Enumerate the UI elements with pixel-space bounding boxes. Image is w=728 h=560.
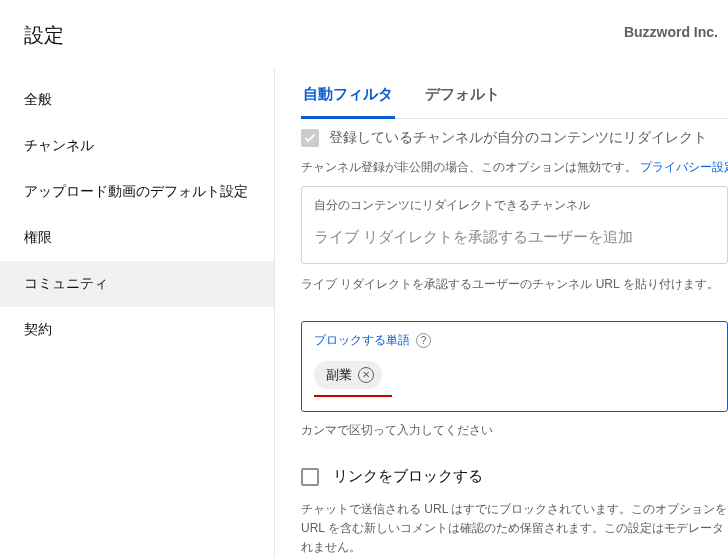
brand-label: Buzzword Inc. [624, 22, 718, 40]
redirect-box-label: 自分のコンテンツにリダイレクトできるチャンネル [314, 197, 715, 214]
redirect-box-placeholder: ライブ リダイレクトを承認するユーザーを追加 [314, 228, 715, 247]
blocked-words-title: ブロックする単語 [314, 332, 410, 349]
checkbox-redirect[interactable] [301, 129, 319, 147]
sidebar-item-channel[interactable]: チャンネル [0, 123, 274, 169]
chip-label: 副業 [326, 366, 352, 384]
checkbox-redirect-label: 登録しているチャンネルが自分のコンテンツにリダイレクト [329, 129, 707, 147]
redirect-box-helper: ライブ リダイレクトを承認するユーザーのチャンネル URL を貼り付けます。 [301, 276, 728, 293]
sidebar-item-upload-defaults[interactable]: アップロード動画のデフォルト設定 [0, 169, 274, 215]
sidebar-item-permissions[interactable]: 権限 [0, 215, 274, 261]
tab-auto-filter[interactable]: 自動フィルタ [301, 77, 395, 119]
main-panel: 自動フィルタ デフォルト 登録しているチャンネルが自分のコンテンツにリダイレクト… [275, 69, 728, 558]
chip-remove-icon[interactable]: ✕ [358, 367, 374, 383]
privacy-settings-link[interactable]: プライバシー設定 [640, 160, 728, 174]
checkbox-block-links-label: リンクをブロックする [333, 467, 483, 486]
sidebar-item-agreements[interactable]: 契約 [0, 307, 274, 353]
sidebar: 全般 チャンネル アップロード動画のデフォルト設定 権限 コミュニティ 契約 [0, 69, 275, 558]
blocked-words-helper: カンマで区切って入力してください [301, 422, 728, 439]
tabs: 自動フィルタ デフォルト [301, 77, 728, 119]
blocked-words-box[interactable]: ブロックする単語 ? 副業 ✕ [301, 321, 728, 412]
redirect-channels-box[interactable]: 自分のコンテンツにリダイレクトできるチャンネル ライブ リダイレクトを承認するユ… [301, 186, 728, 264]
block-links-description: チャットで送信される URL はすでにブロックされています。このオプションを U… [301, 500, 728, 558]
sidebar-item-general[interactable]: 全般 [0, 77, 274, 123]
help-icon[interactable]: ? [416, 333, 431, 348]
spellcheck-underline [314, 395, 392, 397]
checkbox-block-links[interactable] [301, 468, 319, 486]
blocked-word-chip: 副業 ✕ [314, 361, 382, 389]
check-icon [303, 131, 317, 145]
redirect-helper: チャンネル登録が非公開の場合、このオプションは無効です。 プライバシー設定 [301, 159, 728, 176]
sidebar-item-community[interactable]: コミュニティ [0, 261, 274, 307]
page-title: 設定 [24, 22, 64, 49]
tab-default[interactable]: デフォルト [423, 77, 502, 118]
